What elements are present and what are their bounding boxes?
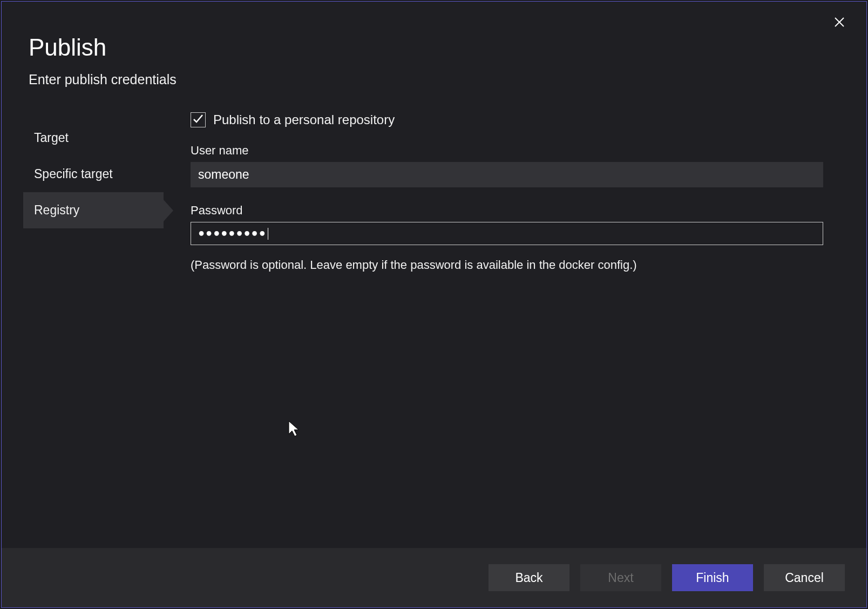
- sidebar-item-label: Registry: [34, 203, 79, 217]
- password-helper-text: (Password is optional. Leave empty if th…: [191, 258, 823, 272]
- cancel-button[interactable]: Cancel: [764, 564, 845, 591]
- publish-dialog: Publish Enter publish credentials Target…: [1, 1, 867, 608]
- text-caret: [268, 228, 268, 240]
- close-icon: [834, 17, 845, 30]
- sidebar-item-registry[interactable]: Registry: [23, 192, 164, 228]
- password-input[interactable]: ●●●●●●●●●: [191, 222, 823, 245]
- personal-repo-checkbox-label: Publish to a personal repository: [213, 112, 395, 127]
- credentials-form: Publish to a personal repository User na…: [164, 109, 845, 272]
- dialog-title: Publish: [29, 34, 839, 61]
- username-label: User name: [191, 144, 823, 158]
- password-masked-value: ●●●●●●●●●: [198, 227, 267, 239]
- personal-repo-checkbox-row: Publish to a personal repository: [191, 112, 823, 127]
- dialog-subtitle: Enter publish credentials: [29, 72, 839, 87]
- dialog-footer: Back Next Finish Cancel: [2, 548, 866, 607]
- dialog-header: Publish Enter publish credentials: [2, 2, 866, 87]
- wizard-steps-sidebar: Target Specific target Registry: [23, 109, 164, 272]
- password-label: Password: [191, 204, 823, 218]
- sidebar-item-target[interactable]: Target: [23, 120, 164, 156]
- close-button[interactable]: [829, 12, 850, 34]
- sidebar-item-specific-target[interactable]: Specific target: [23, 156, 164, 192]
- sidebar-item-label: Target: [34, 131, 69, 145]
- sidebar-item-label: Specific target: [34, 167, 113, 181]
- dialog-body: Target Specific target Registry Publish …: [2, 87, 866, 272]
- mouse-cursor-icon: [288, 420, 301, 437]
- next-button: Next: [580, 564, 661, 591]
- checkmark-icon: [192, 113, 204, 127]
- personal-repo-checkbox[interactable]: [191, 112, 206, 127]
- username-input[interactable]: [191, 162, 823, 187]
- finish-button[interactable]: Finish: [672, 564, 753, 591]
- back-button[interactable]: Back: [489, 564, 569, 591]
